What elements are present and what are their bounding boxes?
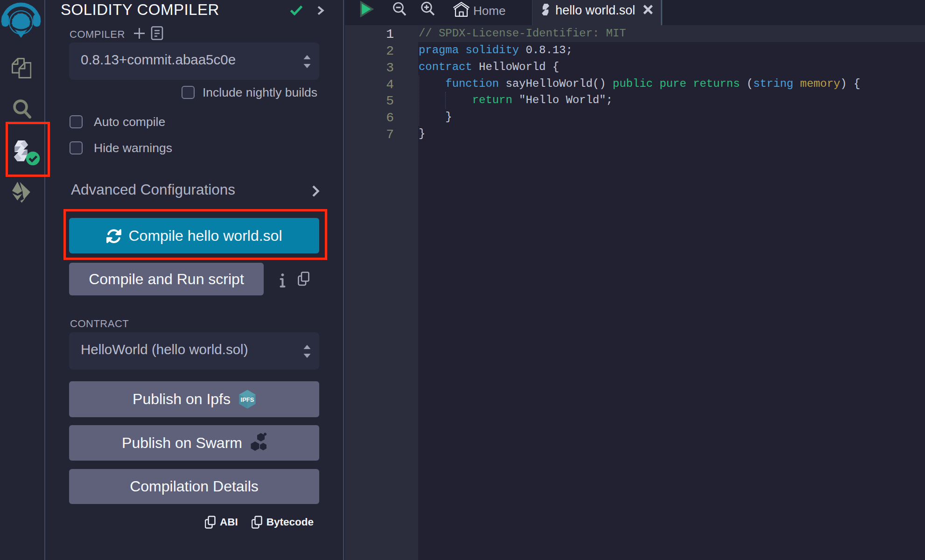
svg-text:IPFS: IPFS — [241, 396, 254, 403]
